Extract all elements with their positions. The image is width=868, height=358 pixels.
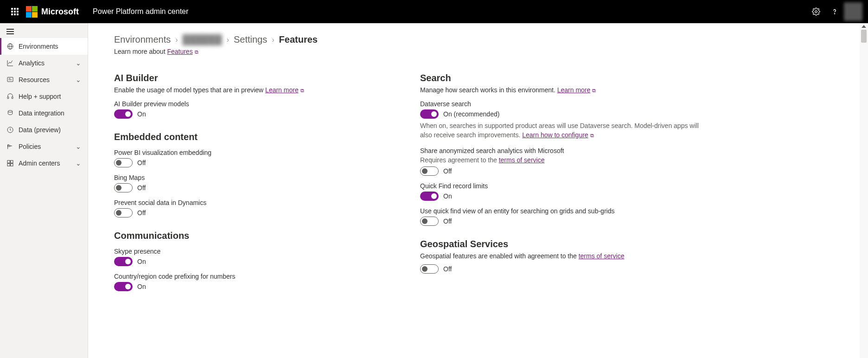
main-content: Environments › ██████ › Settings › Featu… — [88, 23, 868, 358]
toggle-state-text: On — [137, 258, 146, 265]
chevron-down-icon: ⌄ — [76, 76, 81, 83]
sidebar-collapse-button[interactable] — [0, 25, 88, 38]
toggle-state-text: On — [443, 192, 452, 200]
country-code-prefix-label: Country/region code prefixing for number… — [114, 273, 402, 280]
sidebar-item-label: Admin centers — [19, 160, 60, 167]
microsoft-logo: Microsoft — [26, 6, 79, 18]
svg-rect-13 — [11, 164, 13, 166]
settings-gear-button[interactable] — [807, 2, 825, 21]
external-link-icon: ⧉ — [195, 49, 198, 55]
breadcrumb-settings[interactable]: Settings — [234, 34, 267, 45]
breadcrumb-environment-name[interactable]: ██████ — [183, 34, 222, 45]
help-button[interactable] — [825, 2, 844, 21]
bing-maps-toggle[interactable] — [114, 183, 133, 192]
chevron-down-icon: ⌄ — [76, 160, 81, 167]
question-icon — [830, 7, 839, 16]
right-column: Search Manage how search works in this e… — [420, 69, 708, 291]
svg-rect-4 — [7, 77, 13, 82]
chevron-down-icon: ⌄ — [76, 143, 81, 150]
prevent-social-label: Prevent social data in Dynamics — [114, 199, 402, 206]
sidebar-item-label: Policies — [19, 143, 41, 150]
globe-icon — [6, 43, 14, 50]
scrollbar-thumb[interactable] — [861, 30, 867, 43]
svg-rect-10 — [7, 160, 10, 163]
svg-point-0 — [815, 11, 817, 13]
app-title: Power Platform admin center — [93, 7, 188, 16]
country-code-prefix-toggle[interactable] — [114, 282, 133, 291]
geospatial-toggle[interactable] — [420, 264, 439, 274]
quick-find-limits-toggle[interactable] — [420, 192, 439, 201]
search-learn-more-link[interactable]: Learn more — [557, 86, 591, 94]
share-anon-sublabel: Requires agreement to the terms of servi… — [420, 156, 708, 164]
sidebar-item-label: Help + support — [19, 93, 61, 100]
communications-heading: Communications — [114, 230, 402, 241]
learn-more-line: Learn more about Features⧉ — [114, 48, 853, 55]
sidebar-item-policies[interactable]: Policies ⌄ — [0, 138, 88, 155]
vertical-scrollbar[interactable] — [860, 23, 868, 358]
breadcrumb-current: Features — [279, 34, 318, 45]
toggle-state-text: Off — [137, 184, 146, 192]
bing-maps-label: Bing Maps — [114, 174, 402, 181]
toggle-state-text: Off — [443, 265, 452, 273]
breadcrumb-separator: › — [175, 36, 178, 44]
ai-builder-preview-toggle[interactable] — [114, 109, 133, 119]
svg-rect-11 — [11, 160, 13, 163]
toggle-state-text: On — [137, 110, 146, 118]
embedded-content-heading: Embedded content — [114, 132, 402, 142]
dataverse-search-label: Dataverse search — [420, 100, 708, 108]
svg-rect-9 — [8, 145, 10, 147]
admin-centers-icon — [6, 160, 14, 167]
svg-point-1 — [834, 13, 835, 14]
brand-text: Microsoft — [41, 7, 79, 17]
data-preview-icon — [6, 126, 14, 134]
powerbi-embed-label: Power BI visualization embedding — [114, 149, 402, 156]
svg-rect-12 — [7, 164, 10, 166]
sidebar-item-environments[interactable]: Environments — [0, 38, 88, 55]
ai-builder-desc: Enable the usage of model types that are… — [114, 86, 402, 94]
sidebar-item-label: Environments — [19, 43, 58, 50]
dataverse-configure-link[interactable]: Learn how to configure — [522, 131, 588, 139]
toggle-state-text: On — [137, 283, 146, 290]
ai-builder-heading: AI Builder — [114, 73, 402, 83]
toggle-state-text: On (recommended) — [443, 110, 499, 118]
chevron-down-icon: ⌄ — [76, 59, 81, 67]
toggle-state-text: Off — [137, 159, 146, 166]
terms-of-service-link[interactable]: terms of service — [499, 156, 545, 164]
quick-find-view-label: Use quick find view of an entity for sea… — [420, 207, 708, 215]
ai-builder-learn-more-link[interactable]: Learn more — [265, 86, 299, 94]
sidebar-item-data-preview[interactable]: Data (preview) — [0, 121, 88, 138]
policies-icon — [6, 143, 14, 150]
sidebar-item-data-integration[interactable]: Data integration — [0, 105, 88, 121]
dataverse-search-hint: When on, searches in supported product a… — [420, 121, 708, 140]
sidebar-item-help-support[interactable]: Help + support — [0, 88, 88, 105]
gear-icon — [812, 7, 820, 16]
toggle-state-text: Off — [443, 167, 452, 175]
breadcrumb: Environments › ██████ › Settings › Featu… — [114, 34, 853, 45]
sidebar-item-analytics[interactable]: Analytics ⌄ — [0, 55, 88, 71]
external-link-icon: ⧉ — [592, 88, 596, 93]
features-learn-more-link[interactable]: Features — [167, 48, 192, 55]
geospatial-desc: Geospatial features are enabled with agr… — [420, 252, 708, 260]
app-launcher-button[interactable] — [6, 2, 24, 21]
share-anon-label: Share anonymized search analytics with M… — [420, 147, 708, 154]
scroll-up-arrow-icon — [862, 25, 866, 28]
svg-point-7 — [8, 110, 12, 112]
prevent-social-toggle[interactable] — [114, 208, 133, 217]
geospatial-heading: Geospatial Services — [420, 239, 708, 249]
sidebar-item-admin-centers[interactable]: Admin centers ⌄ — [0, 155, 88, 172]
share-anon-toggle[interactable] — [420, 166, 439, 176]
search-desc: Manage how search works in this environm… — [420, 86, 708, 94]
svg-rect-5 — [7, 97, 9, 99]
search-heading: Search — [420, 73, 708, 83]
skype-presence-toggle[interactable] — [114, 257, 133, 266]
quick-find-view-toggle[interactable] — [420, 217, 439, 226]
chart-icon — [6, 59, 14, 67]
hamburger-icon — [6, 29, 14, 34]
breadcrumb-environments[interactable]: Environments — [114, 34, 171, 45]
powerbi-embed-toggle[interactable] — [114, 158, 133, 167]
user-avatar[interactable] — [844, 2, 862, 21]
sidebar-item-resources[interactable]: Resources ⌄ — [0, 71, 88, 88]
dataverse-search-toggle[interactable] — [420, 109, 439, 119]
geo-terms-link[interactable]: terms of service — [579, 252, 625, 260]
svg-rect-6 — [12, 97, 13, 99]
